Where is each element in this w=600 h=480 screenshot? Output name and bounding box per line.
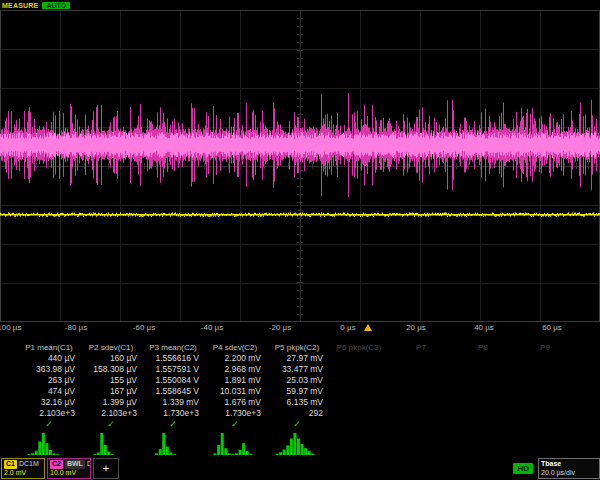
time-axis-label: -80 µs	[65, 323, 87, 332]
param-column: P6 pkpk(C3)	[328, 342, 390, 455]
top-status-bar: MEASURE AUTO	[0, 0, 600, 10]
param-value: 1.891 mV	[204, 375, 266, 386]
param-header[interactable]: P3 mean(C2)	[142, 342, 204, 353]
param-value: 1.557591 V	[142, 364, 204, 375]
param-value: 155 µV	[80, 375, 142, 386]
param-value: 160 µV	[80, 353, 142, 364]
c1-channel-chip: C1	[4, 460, 17, 469]
c1-vdiv-value: 2.0 mV	[4, 469, 42, 478]
param-header[interactable]: P9	[514, 342, 576, 353]
param-value: 440 µV	[18, 353, 80, 364]
trigger-position-marker[interactable]	[364, 324, 372, 331]
timebase-tdiv-value: 20.0 µs/div	[541, 469, 597, 478]
param-column: P10	[576, 342, 600, 455]
param-value: 2.200 mV	[204, 353, 266, 364]
c2-descriptor-box[interactable]: C2 BWL DC1M 10.0 mV	[47, 458, 91, 479]
param-status-check: ✓	[266, 419, 328, 429]
param-value: 33.477 mV	[266, 364, 328, 375]
param-histicon	[86, 431, 136, 455]
param-status-check: ✓	[204, 419, 266, 429]
param-value: 32.16 µV	[18, 397, 80, 408]
timebase-label: Tbase	[541, 460, 597, 469]
param-column: P7	[390, 342, 452, 455]
param-status-check: ✓	[18, 419, 80, 429]
param-value: 167 µV	[80, 386, 142, 397]
measurement-table: P1 mean(C1)440 µV363.98 µV263 µV474 µV32…	[0, 342, 600, 455]
param-value: 1.556616 V	[142, 353, 204, 364]
param-header[interactable]: P2 sdev(C1)	[80, 342, 142, 353]
c2-bwl-chip: BWL	[65, 460, 85, 469]
c1-coupling-label: DC1M	[19, 460, 39, 469]
param-value: 2.103e+3	[18, 408, 80, 419]
c2-vdiv-value: 10.0 mV	[50, 469, 88, 478]
param-header[interactable]: P8	[452, 342, 514, 353]
param-histicon	[148, 431, 198, 455]
time-axis-label: 60 µs	[542, 323, 562, 332]
c2-coupling-label: DC1M	[87, 460, 91, 469]
param-value: 158.308 µV	[80, 364, 142, 375]
param-value: 25.03 mV	[266, 375, 328, 386]
param-status-check: ✓	[80, 419, 142, 429]
param-column: P9	[514, 342, 576, 455]
param-column: P8	[452, 342, 514, 455]
param-column: P4 sdev(C2)2.200 mV2.968 mV1.891 mV10.03…	[204, 342, 266, 455]
param-value: 27.97 mV	[266, 353, 328, 364]
param-value: 263 µV	[18, 375, 80, 386]
trigger-mode-badge: AUTO	[42, 2, 70, 9]
param-value: 1.730e+3	[142, 408, 204, 419]
param-value: 2.103e+3	[80, 408, 142, 419]
param-value: 2.968 mV	[204, 364, 266, 375]
bottom-bar-spacer	[121, 458, 511, 479]
param-value: 1.558645 V	[142, 386, 204, 397]
c1-descriptor-box[interactable]: C1 DC1M 2.0 mV	[1, 458, 45, 479]
oscilloscope-screen: MEASURE AUTO -100 µs-80 µs-60 µs-40 µs-2…	[0, 0, 600, 480]
param-value: 10.031 mV	[204, 386, 266, 397]
param-header[interactable]: P6 pkpk(C3)	[328, 342, 390, 353]
add-trace-button[interactable]: +	[93, 458, 119, 479]
graticule	[0, 10, 600, 322]
time-axis-label: -20 µs	[269, 323, 291, 332]
param-header[interactable]: P1 mean(C1)	[18, 342, 80, 353]
param-column: P3 mean(C2)1.556616 V1.557591 V1.550084 …	[142, 342, 204, 455]
time-axis-label: -60 µs	[133, 323, 155, 332]
param-status-check: ✓	[142, 419, 204, 429]
timebase-descriptor-box[interactable]: Tbase 20.0 µs/div	[538, 458, 600, 479]
hd-badge: HD	[513, 463, 533, 474]
param-header[interactable]: P7	[390, 342, 452, 353]
param-value: 59.97 mV	[266, 386, 328, 397]
param-header[interactable]: P5 pkpk(C2)	[266, 342, 328, 353]
param-value: 474 µV	[18, 386, 80, 397]
bottom-descriptor-bar: C1 DC1M 2.0 mV C2 BWL DC1M 10.0 mV + HD …	[0, 457, 600, 480]
param-value: 1.339 mV	[142, 397, 204, 408]
param-value: 363.98 µV	[18, 364, 80, 375]
param-column: P1 mean(C1)440 µV363.98 µV263 µV474 µV32…	[18, 342, 80, 455]
param-value: 1.676 mV	[204, 397, 266, 408]
param-value: 6.135 mV	[266, 397, 328, 408]
param-value: 292	[266, 408, 328, 419]
time-axis-label: 40 µs	[474, 323, 494, 332]
waveform-display[interactable]	[0, 10, 600, 322]
measure-indicator: MEASURE	[2, 2, 38, 9]
c2-channel-chip: C2	[50, 460, 63, 469]
time-axis: -100 µs-80 µs-60 µs-40 µs-20 µs0 µs20 µs…	[0, 322, 600, 334]
param-value: 1.550084 V	[142, 375, 204, 386]
param-value: 1.399 µV	[80, 397, 142, 408]
time-axis-label: 0 µs	[340, 323, 355, 332]
param-header[interactable]: P10	[576, 342, 600, 353]
time-axis-label: 20 µs	[406, 323, 426, 332]
param-column: P5 pkpk(C2)27.97 mV33.477 mV25.03 mV59.9…	[266, 342, 328, 455]
param-histicon	[24, 431, 74, 455]
time-axis-label: -100 µs	[0, 323, 21, 332]
param-header[interactable]: P4 sdev(C2)	[204, 342, 266, 353]
param-histicon	[210, 431, 260, 455]
param-histicon	[272, 431, 322, 455]
param-column: P2 sdev(C1)160 µV158.308 µV155 µV167 µV1…	[80, 342, 142, 455]
time-axis-label: -40 µs	[201, 323, 223, 332]
param-value: 1.730e+3	[204, 408, 266, 419]
